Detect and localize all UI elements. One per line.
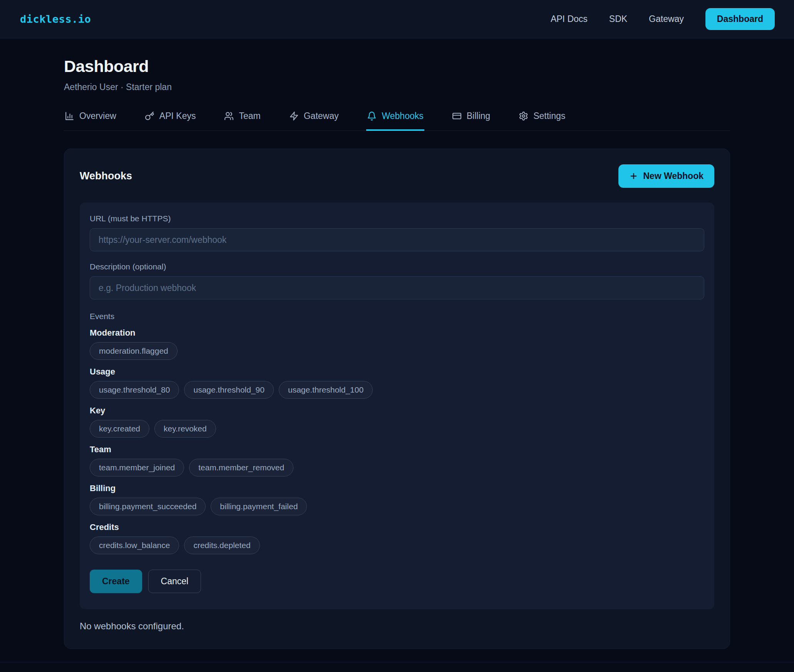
user-plan-subtitle: Aetherio User · Starter plan — [64, 82, 730, 92]
description-input[interactable] — [90, 276, 704, 299]
event-chips-row: key.created key.revoked — [90, 420, 704, 438]
top-nav-links: API Docs SDK Gateway — [551, 14, 684, 24]
tab-gateway[interactable]: Gateway — [288, 111, 340, 131]
create-button[interactable]: Create — [90, 570, 142, 593]
webhooks-card: Webhooks New Webhook URL (must be HTTPS)… — [64, 149, 730, 649]
tab-label: Billing — [467, 111, 490, 121]
zap-icon — [289, 111, 299, 121]
bar-chart-icon — [65, 111, 74, 121]
main-content: Dashboard Aetherio User · Starter plan O… — [64, 57, 730, 649]
event-group-title: Usage — [90, 367, 704, 377]
event-group-title: Billing — [90, 483, 704, 493]
new-webhook-button-label: New Webhook — [643, 171, 704, 181]
credit-card-icon — [452, 111, 462, 121]
cancel-button[interactable]: Cancel — [148, 570, 201, 593]
event-chips-row: moderation.flagged — [90, 342, 704, 360]
event-chip-usage-threshold-80[interactable]: usage.threshold_80 — [90, 381, 179, 399]
tab-label: Webhooks — [382, 111, 423, 121]
event-chip-credits-low-balance[interactable]: credits.low_balance — [90, 537, 179, 554]
description-field-group: Description (optional) — [90, 262, 704, 299]
dashboard-button[interactable]: Dashboard — [705, 8, 775, 30]
event-group-billing: Billing billing.payment_succeeded billin… — [90, 483, 704, 515]
event-chips-row: team.member_joined team.member_removed — [90, 459, 704, 476]
gear-icon — [519, 111, 528, 121]
tab-label: Gateway — [304, 111, 339, 121]
tab-team[interactable]: Team — [223, 111, 261, 131]
event-chips-row: usage.threshold_80 usage.threshold_90 us… — [90, 381, 704, 399]
bell-icon — [367, 111, 377, 121]
tab-settings[interactable]: Settings — [518, 111, 566, 131]
nav-link-api-docs[interactable]: API Docs — [551, 14, 588, 24]
tab-webhooks[interactable]: Webhooks — [366, 111, 424, 131]
tab-label: Overview — [79, 111, 116, 121]
dashboard-tabs: Overview API Keys Team Gateway Webhooks … — [64, 111, 730, 131]
event-chip-team-member-removed[interactable]: team.member_removed — [189, 459, 293, 476]
events-section-label: Events — [90, 312, 704, 321]
event-chip-billing-payment-failed[interactable]: billing.payment_failed — [211, 498, 307, 515]
url-input[interactable] — [90, 228, 704, 251]
event-chip-team-member-joined[interactable]: team.member_joined — [90, 459, 184, 476]
webhooks-card-title: Webhooks — [80, 170, 132, 182]
url-field-label: URL (must be HTTPS) — [90, 214, 704, 223]
event-group-title: Team — [90, 445, 704, 455]
page-footer — [0, 662, 794, 672]
tab-label: API Keys — [159, 111, 196, 121]
event-group-moderation: Moderation moderation.flagged — [90, 328, 704, 360]
users-icon — [224, 111, 234, 121]
brand-logo[interactable]: dickless.io — [20, 13, 91, 25]
tab-overview[interactable]: Overview — [64, 111, 117, 131]
empty-state-text: No webhooks configured. — [80, 621, 714, 632]
new-webhook-form: URL (must be HTTPS) Description (optiona… — [80, 202, 714, 609]
event-group-team: Team team.member_joined team.member_remo… — [90, 445, 704, 476]
event-chip-usage-threshold-100[interactable]: usage.threshold_100 — [279, 381, 373, 399]
tab-api-keys[interactable]: API Keys — [144, 111, 197, 131]
url-field-group: URL (must be HTTPS) — [90, 214, 704, 251]
event-chip-usage-threshold-90[interactable]: usage.threshold_90 — [184, 381, 273, 399]
tab-label: Team — [239, 111, 260, 121]
top-nav-bar: dickless.io API Docs SDK Gateway Dashboa… — [0, 0, 794, 38]
nav-link-gateway[interactable]: Gateway — [649, 14, 684, 24]
event-group-usage: Usage usage.threshold_80 usage.threshold… — [90, 367, 704, 399]
event-chip-billing-payment-succeeded[interactable]: billing.payment_succeeded — [90, 498, 206, 515]
tab-billing[interactable]: Billing — [451, 111, 491, 131]
key-icon — [145, 111, 154, 121]
event-group-title: Credits — [90, 522, 704, 532]
form-actions: Create Cancel — [90, 570, 704, 593]
tab-label: Settings — [533, 111, 565, 121]
new-webhook-button[interactable]: New Webhook — [618, 164, 714, 188]
nav-link-sdk[interactable]: SDK — [609, 14, 627, 24]
event-chip-key-revoked[interactable]: key.revoked — [154, 420, 216, 438]
plus-icon — [629, 172, 638, 181]
event-chips-row: billing.payment_succeeded billing.paymen… — [90, 498, 704, 515]
event-chip-key-created[interactable]: key.created — [90, 420, 149, 438]
page-title: Dashboard — [64, 57, 730, 76]
event-group-title: Moderation — [90, 328, 704, 338]
webhooks-card-header: Webhooks New Webhook — [80, 164, 714, 188]
event-group-title: Key — [90, 406, 704, 416]
event-group-credits: Credits credits.low_balance credits.depl… — [90, 522, 704, 554]
event-chip-moderation-flagged[interactable]: moderation.flagged — [90, 342, 178, 360]
event-group-key: Key key.created key.revoked — [90, 406, 704, 438]
description-field-label: Description (optional) — [90, 262, 704, 271]
event-chips-row: credits.low_balance credits.depleted — [90, 537, 704, 554]
event-chip-credits-depleted[interactable]: credits.depleted — [184, 537, 260, 554]
